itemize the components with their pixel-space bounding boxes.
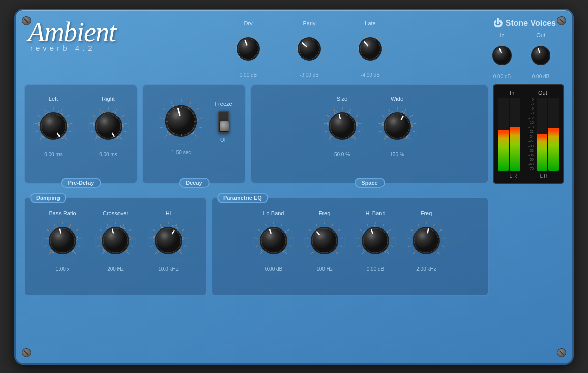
- size-knob[interactable]: 20 30 40 50 60 70: [320, 104, 365, 149]
- dry-knob[interactable]: 54 -30 -24 -18 -13 -9 -5 0: [228, 28, 269, 69]
- svg-line-207: [45, 245, 47, 246]
- svg-line-327: [411, 229, 413, 231]
- svg-line-313: [391, 245, 393, 246]
- vu-in-r: [510, 98, 520, 171]
- eq-title: Parametric EQ: [217, 193, 268, 203]
- in-knob[interactable]: [487, 40, 517, 71]
- dry-knob-wrapper: 54 -30 -24 -18 -13 -9 -5 0: [228, 28, 269, 69]
- damping-panel: Damping Bass Ratio: [24, 197, 207, 296]
- svg-line-117: [122, 115, 124, 117]
- svg-line-9: [262, 52, 264, 53]
- late-knob[interactable]: -30 -24 -18 -13 -9 -5 0: [350, 28, 391, 69]
- svg-line-47: [359, 37, 360, 39]
- left-knob[interactable]: 40 80 100 120 140 160: [31, 104, 76, 149]
- screw-tr: [557, 16, 566, 25]
- svg-line-32: [319, 59, 321, 60]
- lo-band-value: 0.00 dB: [265, 266, 282, 272]
- svg-line-330: [434, 224, 435, 226]
- vu-meters-panel: In Out 0 -3: [493, 84, 564, 184]
- svg-line-1: [237, 59, 238, 60]
- hi-band-group: Hi Band: [353, 210, 398, 272]
- svg-line-44: [359, 59, 360, 60]
- brand-area: ⏻ Stone Voices In: [479, 18, 560, 79]
- toggle-handle: [220, 121, 229, 131]
- svg-line-194: [413, 131, 415, 132]
- svg-line-96: [67, 115, 69, 117]
- out-knob[interactable]: [525, 40, 556, 71]
- size-knob-group: Size: [320, 96, 365, 157]
- svg-line-331: [439, 229, 442, 231]
- crossover-knob[interactable]: 125 200 312 500 800 1k: [93, 218, 138, 263]
- early-value: -9.00 dB: [300, 72, 319, 78]
- svg-line-289: [311, 252, 313, 254]
- svg-line-8: [262, 44, 264, 45]
- io-knobs: In: [487, 32, 556, 79]
- svg-point-244: [102, 227, 129, 254]
- vu-out-r: [548, 98, 559, 171]
- vu-bars-container: 0 -3 -6 -9 -12 -15 -18 -21 -24 -27 -30 -…: [498, 98, 559, 171]
- right-label: Right: [102, 96, 115, 102]
- svg-point-285: [260, 227, 287, 254]
- svg-line-48: [366, 33, 367, 35]
- svg-line-27: [305, 33, 306, 35]
- svg-line-295: [332, 224, 333, 226]
- early-group: Early -30 -24: [289, 20, 330, 78]
- out-label: Out: [536, 32, 545, 38]
- lo-freq-group: Freq: [302, 210, 347, 272]
- brand-text: Stone Voices: [506, 19, 556, 28]
- wide-knob-group: Wide: [375, 96, 420, 157]
- svg-line-10: [258, 59, 260, 60]
- size-label: Size: [337, 96, 347, 102]
- svg-line-236: [131, 245, 133, 246]
- crossover-label: Crossover: [103, 210, 128, 216]
- freeze-toggle[interactable]: [218, 111, 229, 133]
- svg-line-52: [384, 52, 386, 53]
- vu-header: In Out: [498, 90, 559, 96]
- vu-out-r-bar: [548, 128, 559, 171]
- svg-line-337: [428, 229, 428, 233]
- svg-line-73: [511, 61, 513, 62]
- vu-in-pair: [498, 98, 520, 171]
- svg-line-135: [171, 101, 172, 103]
- pre-delay-label: Pre-Delay: [61, 178, 101, 188]
- late-label: Late: [365, 20, 375, 26]
- svg-line-306: [357, 238, 359, 238]
- svg-point-223: [49, 227, 76, 254]
- left-label: Left: [49, 96, 58, 102]
- svg-line-312: [392, 238, 394, 238]
- space-panel: Size: [250, 84, 489, 184]
- svg-line-234: [129, 229, 131, 231]
- right-knob[interactable]: 40 80 100 120 140 160: [86, 104, 131, 149]
- hi-knob[interactable]: 1k 1.3k 2k 3.2k 5k 8k: [146, 218, 191, 263]
- late-group: Late -30 -24: [350, 20, 391, 78]
- lo-band-knob[interactable]: -15 -5 0 5 15: [251, 218, 296, 263]
- svg-line-334: [438, 252, 440, 254]
- hi-freq-knob[interactable]: [404, 218, 449, 263]
- early-knob[interactable]: -30 -24 -18 -13 -9 -5 0: [289, 28, 330, 69]
- svg-line-167: [327, 115, 329, 117]
- header: Ambient reverb 4.2 Dry: [24, 18, 564, 79]
- in-value: 0.00 dB: [493, 74, 511, 79]
- svg-point-19: [237, 38, 259, 60]
- svg-line-31: [323, 52, 325, 53]
- svg-line-25: [293, 44, 296, 45]
- svg-line-29: [319, 37, 321, 39]
- pre-delay-panel: Left: [24, 84, 138, 184]
- svg-line-51: [384, 44, 386, 45]
- vu-out-pair: [537, 98, 559, 171]
- decay-main-knob[interactable]: 0.3 1 3 10 30 100: [156, 96, 207, 147]
- svg-line-111: [91, 131, 93, 132]
- brand-name: ⏻ Stone Voices: [493, 18, 556, 29]
- bass-ratio-label: Bass Ratio: [49, 210, 76, 216]
- hi-band-knob[interactable]: -15 -5 0 5 15: [353, 218, 398, 263]
- lo-freq-knob[interactable]: [302, 218, 347, 263]
- bass-ratio-knob[interactable]: 0.5 1 1.5 2 2.5 0: [40, 218, 85, 263]
- wide-knob[interactable]: 60 80 100 120 140 160: [375, 104, 420, 149]
- vu-out-l: [537, 98, 547, 171]
- vu-scale: 0 -3 -6 -9 -12 -15 -18 -21 -24 -27 -30 -…: [523, 98, 534, 171]
- screw-tl: [22, 16, 31, 25]
- svg-line-137: [190, 101, 191, 103]
- space-label: Space: [354, 178, 385, 188]
- svg-line-278: [289, 245, 291, 246]
- svg-line-3: [232, 44, 234, 45]
